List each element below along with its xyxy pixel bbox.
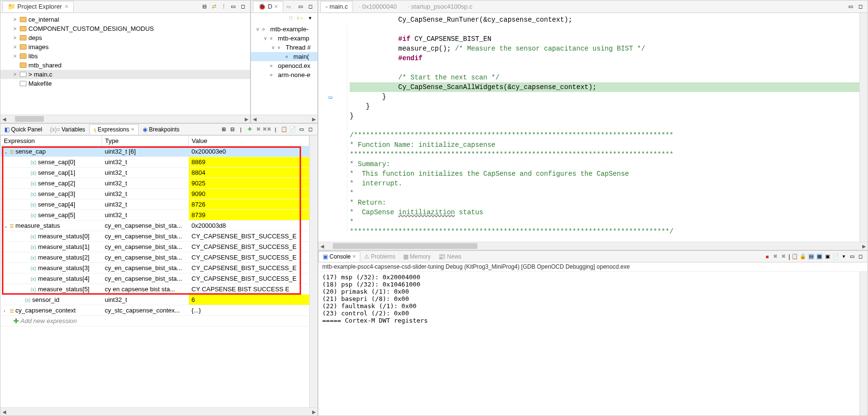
maximize-icon[interactable]: ◻ (307, 126, 314, 133)
tab-memory[interactable]: ▦Memory (399, 252, 434, 261)
expression-row[interactable]: (x) measure_status[4]cy_en_capsense_bist… (1, 273, 309, 284)
h-scrollbar[interactable]: ◀▶ (0, 407, 317, 416)
tree-item[interactable]: >deps (0, 33, 250, 42)
tab-debug[interactable]: 🐞 D ✕ (253, 1, 283, 12)
tab-breakpoints[interactable]: ◉Breakpoints (139, 125, 183, 134)
expression-row[interactable]: ›☰ cy_capsense_contextcy_stc_capsense_co… (1, 305, 309, 316)
link-editor-icon[interactable]: ⇄ (210, 3, 217, 10)
expression-row[interactable]: (x) sense_cap[5]uint32_t8739 (1, 210, 309, 221)
expression-row[interactable]: (x) sense_cap[1]uint32_t8804 (1, 168, 309, 178)
expression-row[interactable]: (x) measure_status[2]cy_en_capsense_bist… (1, 252, 309, 263)
debug-item[interactable]: ▫arm-none-e (251, 70, 317, 79)
expression-row[interactable]: (x) sense_cap[2]uint32_t9025 (1, 178, 309, 189)
remove-all-icon[interactable]: ✖✖ (263, 126, 270, 133)
project-tree[interactable]: >ce_internal>COMPONENT_CUSTOM_DESIGN_MOD… (0, 13, 250, 115)
editor-tab[interactable]: ▫startup_psoc4100sp.c (402, 1, 478, 12)
expression-row[interactable]: (x) measure_status[0]cy_en_capsense_bist… (1, 231, 309, 242)
tree-item[interactable]: >libs (0, 52, 250, 61)
remove-icon[interactable]: ✖ (255, 126, 262, 133)
debug-tree[interactable]: v▫mtb-example-v▫mtb-exampv▫Thread #▫main… (251, 23, 317, 115)
remove-all-icon[interactable]: ✖ (780, 253, 787, 260)
tree-item[interactable]: mtb_shared (0, 61, 250, 70)
expressions-table[interactable]: Expression Type Value ⌄☰ sense_capuint32… (0, 135, 309, 326)
view-menu-icon[interactable]: ⋮ (220, 3, 227, 10)
debug-item[interactable]: v▫mtb-examp (251, 34, 317, 43)
v-scrollbar[interactable] (859, 272, 868, 416)
debug-item[interactable]: v▫Thread # (251, 43, 317, 52)
collapse-all-icon[interactable]: ⊟ (201, 3, 208, 10)
toolbar-icon[interactable]: 📄 (289, 126, 296, 133)
toolbar-icon[interactable]: 📋 (791, 253, 798, 260)
add-expression-row[interactable]: ✚Add new expression (1, 316, 309, 326)
tree-item[interactable]: >COMPONENT_CUSTOM_DESIGN_MODUS (0, 24, 250, 33)
col-value[interactable]: Value (189, 136, 309, 146)
expression-row[interactable]: (x) sensor_iduint32_t6 (1, 295, 309, 305)
problems-label: Problems (371, 253, 395, 260)
editor-pane: ▫main.c▫0x10000040▫startup_psoc4100sp.c … (318, 0, 868, 250)
expressions-pane: ◧Quick Panel (x)=Variables ᶍExpressions … (0, 123, 318, 416)
maximize-icon[interactable]: ◻ (239, 3, 246, 10)
tab-project-explorer[interactable]: 📁 Project Explorer ✕ (2, 1, 74, 12)
minimize-icon[interactable]: ▭ (230, 3, 237, 10)
toolbar-icon[interactable]: | (272, 126, 279, 133)
debug-item[interactable]: ▫openocd.ex (251, 61, 317, 70)
toolbar-icon[interactable]: | (237, 126, 244, 133)
maximize-icon[interactable]: ◻ (857, 3, 864, 10)
toolbar-icon[interactable]: ⊞ (220, 126, 227, 133)
view-menu-icon[interactable]: ▾ (307, 14, 314, 21)
expression-row[interactable]: (x) sense_cap[0]uint32_t8869 (1, 157, 309, 168)
minimize-icon[interactable]: ▭ (847, 3, 854, 10)
toolbar-icon[interactable]: ▤ (808, 253, 815, 260)
h-scrollbar[interactable]: ◀▶ (251, 115, 317, 123)
code-editor[interactable]: Cy_CapSense_RunTuner(&cy_capsense_contex… (350, 13, 859, 242)
tab-variables[interactable]: (x)=Variables (46, 125, 89, 134)
minimize-icon[interactable]: ▭ (849, 253, 855, 260)
col-type[interactable]: Type (102, 136, 189, 146)
remove-icon[interactable]: ✖ (772, 253, 779, 260)
add-icon[interactable]: ✚ (246, 126, 253, 133)
toolbar-icon[interactable]: ▣ (824, 253, 831, 260)
toolbar-icon[interactable]: ▦ (816, 253, 823, 260)
maximize-icon[interactable]: ◻ (307, 3, 314, 10)
editor-gutter[interactable]: ➯ (318, 26, 347, 234)
tab-quick-panel[interactable]: ◧Quick Panel (0, 125, 46, 134)
tab-console[interactable]: ▣Console ✕ (318, 251, 360, 262)
expression-row[interactable]: ⌄☰ measure_statuscy_en_capsense_bist_sta… (1, 221, 309, 231)
expression-row[interactable]: (x) measure_status[1]cy_en_capsense_bist… (1, 242, 309, 252)
col-expression[interactable]: Expression (1, 136, 102, 146)
tree-item[interactable]: >images (0, 42, 250, 52)
dropdown-icon[interactable]: ▾ (841, 253, 847, 260)
console-output[interactable]: (17) msp (/32): 0x20004000(18) psp (/32)… (318, 272, 859, 416)
h-scrollbar[interactable]: ◀▶ (318, 242, 868, 250)
tree-item[interactable]: Makefile (0, 79, 250, 88)
editor-tab[interactable]: ▫main.c (320, 1, 353, 12)
toolbar-icon[interactable]: 📋 (281, 126, 288, 133)
tree-item[interactable]: >ce_internal (0, 15, 250, 24)
minimize-icon[interactable]: ▭ (297, 3, 304, 10)
tab-news[interactable]: 📰News (434, 252, 465, 261)
h-scrollbar[interactable]: ◀▶ (0, 115, 250, 123)
expression-row[interactable]: (x) sense_cap[4]uint32_t8726 (1, 199, 309, 210)
debug-tabbar: 🐞 D ✕ »₂ ▭ ◻ (251, 0, 317, 13)
toolbar-icon[interactable]: ⊟ (229, 126, 236, 133)
toolbar-icon[interactable]: 🔒 (800, 253, 806, 260)
variables-label: Variables (62, 126, 85, 133)
debug-item[interactable]: v▫mtb-example- (251, 25, 317, 34)
minimize-icon[interactable]: ▭ (298, 126, 305, 133)
tab-problems[interactable]: ⚠Problems (360, 252, 399, 261)
editor-tab[interactable]: ▫0x10000040 (353, 1, 402, 12)
expression-row[interactable]: (x) measure_status[5]cy en capsense bist… (1, 284, 309, 295)
tree-item[interactable]: >> main.c (0, 70, 250, 79)
maximize-icon[interactable]: ◻ (857, 253, 864, 260)
tab-expressions[interactable]: ᶍExpressions ✕ (89, 124, 139, 135)
v-scrollbar[interactable] (309, 135, 317, 407)
expression-row[interactable]: ⌄☰ sense_capuint32_t [6]0x200003e0 (1, 146, 309, 157)
v-scrollbar[interactable] (859, 13, 868, 242)
expression-row[interactable]: (x) measure_status[3]cy_en_capsense_bist… (1, 263, 309, 273)
expression-row[interactable]: (x) sense_cap[3]uint32_t9090 (1, 189, 309, 199)
stop-icon[interactable]: ■ (764, 253, 771, 260)
debug-toolbar-icon[interactable]: ⁝⁝ (288, 14, 294, 21)
toolbar-icon[interactable]: 📄 (832, 253, 839, 260)
debug-step-icon[interactable]: i→ (297, 14, 304, 21)
debug-item[interactable]: ▫main( (251, 52, 317, 61)
